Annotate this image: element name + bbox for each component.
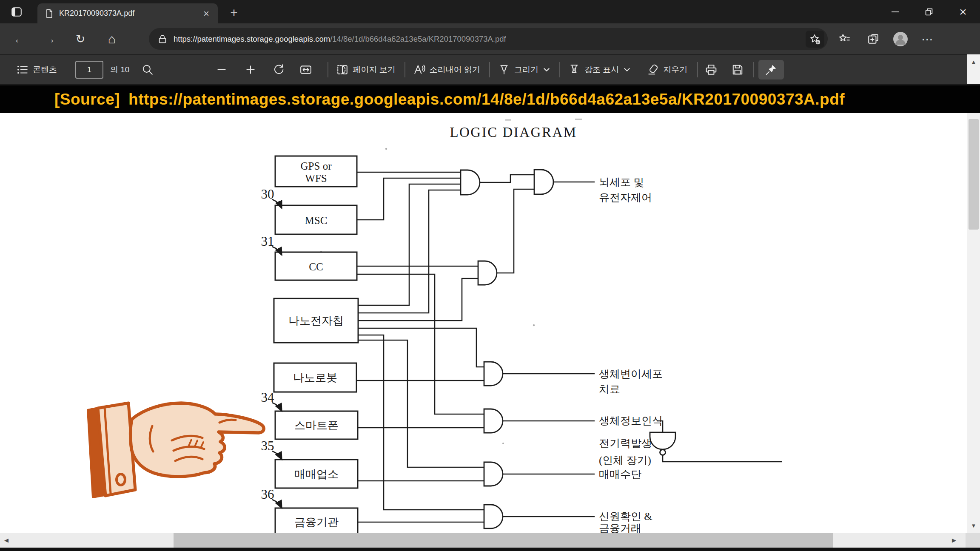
navigation-bar: ← → ↻ ⌂ https://patentimages.storage.goo… — [0, 23, 980, 54]
fit-to-width-button[interactable] — [296, 61, 316, 79]
zoom-out-button[interactable] — [212, 61, 231, 79]
draw-button[interactable]: 그리기 — [494, 61, 554, 79]
output-trade-means: 매매수단 — [599, 469, 641, 480]
highlighter-icon — [568, 64, 580, 76]
scroll-right-button[interactable]: ▶ — [948, 533, 960, 548]
page-view-button[interactable]: 페이지 보기 — [333, 61, 399, 79]
and-gate-bio-cell — [484, 362, 503, 386]
source-banner-url: https://patentimages.storage.googleapis.… — [128, 91, 845, 108]
zoom-in-button[interactable] — [241, 61, 260, 79]
favorites-button[interactable] — [835, 29, 854, 49]
erase-button[interactable]: 지우기 — [643, 61, 691, 79]
window-restore-button[interactable] — [912, 0, 946, 23]
contents-list-icon — [17, 64, 28, 76]
and-gate-cc — [478, 261, 497, 285]
horizontal-scrollbar[interactable]: ◀ ▶ — [0, 533, 980, 548]
minus-icon — [216, 64, 228, 76]
pdf-page: LOGIC DIAGRAM — [0, 113, 980, 533]
window-close-button[interactable]: × — [946, 0, 980, 23]
box-shop-label: 매매업소 — [294, 468, 339, 480]
read-aloud-label: 소리내어 읽기 — [430, 64, 480, 75]
back-button[interactable]: ← — [9, 29, 29, 49]
url-text: https://patentimages.storage.googleapis.… — [174, 34, 506, 44]
read-aloud-icon — [413, 64, 425, 76]
favorites-star-icon — [838, 33, 850, 45]
toolbar-divider — [559, 62, 560, 77]
minimize-icon — [892, 11, 899, 12]
output-gene-control: 유전자제어 — [599, 192, 652, 203]
box-nano-robot-label: 나노로봇 — [293, 372, 337, 384]
page-count-label: 의 10 — [110, 64, 129, 75]
toolbar-divider — [753, 62, 754, 77]
vertical-scroll-thumb[interactable] — [969, 119, 979, 230]
pointing-hand-overlay — [84, 389, 268, 499]
restore-icon — [924, 7, 934, 17]
ref-30: 30 — [261, 187, 274, 202]
print-button[interactable] — [701, 61, 721, 79]
profile-avatar[interactable] — [891, 29, 910, 49]
source-banner-prefix: [Source] — [54, 91, 120, 108]
and-gate-bio-info — [484, 409, 503, 433]
new-tab-button[interactable]: + — [225, 5, 242, 21]
vertical-scrollbar[interactable]: ▲ ▼ — [967, 55, 980, 533]
add-favorite-button[interactable] — [806, 31, 824, 48]
and-gate-top-left — [461, 170, 480, 195]
toolbar-divider — [405, 62, 405, 77]
save-floppy-icon — [732, 64, 744, 76]
horizontal-scroll-thumb[interactable] — [174, 533, 833, 548]
star-add-icon — [809, 34, 820, 45]
tab-actions-button[interactable] — [7, 4, 26, 20]
window-bottom-edge — [0, 548, 980, 551]
scroll-up-button[interactable]: ▲ — [967, 55, 980, 69]
chevron-down-icon — [623, 66, 631, 74]
save-button[interactable] — [728, 61, 747, 79]
draw-label: 그리기 — [514, 64, 538, 75]
contents-button[interactable]: 콘텐츠 — [13, 61, 61, 79]
output-treatment: 치료 — [599, 383, 620, 395]
contents-label: 콘텐츠 — [33, 64, 57, 75]
and-gate-top-right — [534, 170, 553, 194]
url-host: https://patentimages.storage.googleapis.… — [174, 34, 330, 43]
and-gate-identity — [484, 505, 503, 528]
close-icon: × — [959, 5, 967, 19]
page-view-label: 페이지 보기 — [353, 64, 395, 75]
rotate-button[interactable] — [269, 61, 288, 79]
printer-icon — [705, 64, 717, 76]
tab-close-button[interactable]: × — [200, 7, 213, 20]
pdf-toolbar: 콘텐츠 의 10 페이지 보기 소리내어 읽기 — [0, 54, 967, 84]
box-msc-label: MSC — [305, 215, 328, 226]
page-number-input[interactable] — [75, 61, 103, 79]
home-button[interactable]: ⌂ — [102, 29, 122, 49]
scroll-left-button[interactable]: ◀ — [0, 533, 13, 548]
search-button[interactable] — [138, 61, 157, 79]
diagram-wires — [356, 172, 782, 522]
window-minimize-button[interactable] — [878, 0, 912, 23]
forward-button[interactable]: → — [40, 29, 60, 49]
scroll-down-button[interactable]: ▼ — [967, 519, 980, 533]
erase-label: 지우기 — [663, 64, 687, 75]
browser-tab[interactable]: KR20170090373A.pdf × — [37, 3, 218, 23]
settings-more-button[interactable]: ⋯ — [918, 29, 937, 49]
diagram-title: LOGIC DIAGRAM — [450, 125, 577, 140]
output-human-organ: (인체 장기) — [599, 454, 651, 466]
address-bar[interactable]: https://patentimages.storage.googleapis.… — [149, 28, 828, 50]
highlight-label: 강조 표시 — [584, 64, 619, 75]
plus-icon — [245, 64, 256, 76]
window-controls: × — [878, 0, 980, 23]
output-finance: 금융거래 — [599, 523, 641, 533]
title-bar: KR20170090373A.pdf × + × — [0, 0, 980, 23]
collections-icon — [867, 33, 879, 45]
lock-icon — [157, 34, 168, 44]
pin-toolbar-button[interactable] — [758, 60, 784, 80]
toolbar-divider — [697, 62, 698, 77]
box-smartphone-label: 스마트폰 — [294, 419, 339, 432]
highlight-button[interactable]: 강조 표시 — [564, 61, 635, 79]
tab-title: KR20170090373A.pdf — [59, 9, 200, 18]
collections-button[interactable] — [863, 29, 883, 49]
read-aloud-button[interactable]: 소리내어 읽기 — [410, 61, 484, 79]
output-identity: 신원확인 & — [599, 511, 652, 522]
output-brain-cells: 뇌세포 및 — [599, 176, 644, 188]
search-icon — [142, 64, 154, 76]
refresh-button[interactable]: ↻ — [71, 29, 90, 49]
box-cc-label: CC — [309, 261, 323, 273]
